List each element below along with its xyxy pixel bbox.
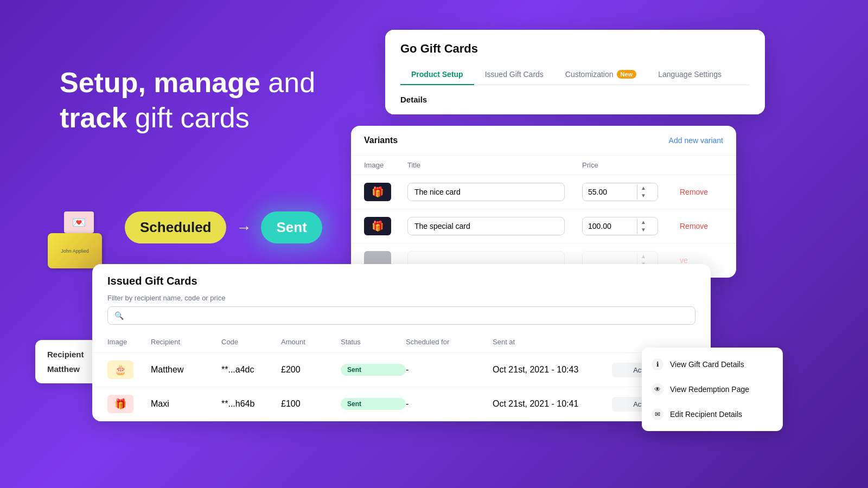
row-code-1: **...a4dc xyxy=(221,365,281,375)
row-sent-at-2: Oct 21st, 2021 - 10:41 xyxy=(493,399,612,409)
variants-header: Variants Add new variant xyxy=(351,126,736,156)
hero-bold-2: track xyxy=(60,102,127,133)
th-recipient: Recipient xyxy=(151,338,221,346)
tab-product-setup-label: Product Setup xyxy=(411,70,463,79)
price-down-1[interactable]: ▼ xyxy=(637,192,649,200)
th-actions xyxy=(612,338,666,346)
row-status-1: Sent xyxy=(341,364,406,376)
ctx-edit-recipient[interactable]: ✉ Edit Recipient Details xyxy=(642,402,783,427)
remove-link-3[interactable]: ve xyxy=(680,256,723,265)
hero-bold-1: Setup, manage xyxy=(60,67,260,98)
price-spinners-2: ▲ ▼ xyxy=(637,219,649,234)
variant-title-input-1[interactable] xyxy=(407,183,582,201)
row-image-2: 🎁 xyxy=(107,395,133,413)
row-amount-1: £200 xyxy=(281,365,341,375)
hero-normal-1: and xyxy=(260,67,315,98)
gift-card-image: John Applied xyxy=(48,233,102,268)
envelope-icon: 💌 xyxy=(64,211,94,233)
tab-issued-gift-cards[interactable]: Issued Gift Cards xyxy=(474,65,554,85)
price-up-2[interactable]: ▲ xyxy=(637,219,649,226)
search-input[interactable] xyxy=(128,311,688,320)
tab-product-setup[interactable]: Product Setup xyxy=(400,65,474,85)
variant-title-input-2[interactable] xyxy=(407,217,582,235)
col-price: Price xyxy=(582,161,680,169)
recipient-label: Recipient xyxy=(47,350,99,359)
row-status-2: Sent xyxy=(341,398,406,410)
col-image: Image xyxy=(364,161,407,169)
variant-row-2: 🎁 ▲ ▼ Remove xyxy=(351,209,736,243)
context-menu: ℹ View Gift Card Details 👁 View Redempti… xyxy=(642,348,783,431)
scheduled-badge: Scheduled xyxy=(125,211,226,243)
variants-panel: Variants Add new variant Image Title Pri… xyxy=(351,126,736,278)
th-scheduled: Scheduled for xyxy=(406,338,493,346)
issued-panel: Issued Gift Cards Filter by recipient na… xyxy=(92,264,711,421)
sent-badge: Sent xyxy=(261,211,322,243)
main-card-title: Go Gift Cards xyxy=(400,42,750,56)
th-code: Code xyxy=(221,338,281,346)
gift-card-illustration: 💌 John Applied xyxy=(48,222,107,263)
th-sent-at: Sent at xyxy=(493,338,612,346)
ctx-view-gift-card[interactable]: ℹ View Gift Card Details xyxy=(642,352,783,377)
col-title: Title xyxy=(407,161,582,169)
eye-icon: 👁 xyxy=(652,383,663,395)
ctx-edit-recipient-label: Edit Recipient Details xyxy=(670,410,742,419)
details-section: Details xyxy=(385,85,765,114)
issued-header: Issued Gift Cards Filter by recipient na… xyxy=(92,264,711,325)
tab-language-settings[interactable]: Language Settings xyxy=(647,65,732,85)
variant-image-1: 🎁 xyxy=(364,183,391,201)
hero-normal-2: gift cards xyxy=(127,102,249,133)
table-row-1: 🎂 Matthew **...a4dc £200 Sent - Oct 21st… xyxy=(92,353,711,387)
price-up-1[interactable]: ▲ xyxy=(637,184,649,192)
tab-issued-label: Issued Gift Cards xyxy=(485,70,544,79)
tabs-container: Product Setup Issued Gift Cards Customiz… xyxy=(400,65,750,85)
variant-image-2: 🎁 xyxy=(364,217,391,235)
variant-title-field-1[interactable] xyxy=(407,183,565,201)
search-icon: 🔍 xyxy=(114,311,124,320)
recipient-name: Matthew xyxy=(47,364,99,374)
ctx-view-redemption-label: View Redemption Page xyxy=(670,385,749,394)
add-variant-link[interactable]: Add new variant xyxy=(669,136,723,145)
remove-link-1[interactable]: Remove xyxy=(680,188,723,196)
price-up-3[interactable]: ▲ xyxy=(637,253,649,260)
variant-row-1: 🎁 ▲ ▼ Remove xyxy=(351,175,736,209)
row-recipient-1: Matthew xyxy=(151,365,221,375)
row-image-1: 🎂 xyxy=(107,361,133,379)
ctx-view-redemption[interactable]: 👁 View Redemption Page xyxy=(642,377,783,402)
filter-label: Filter by recipient name, code or price xyxy=(107,294,695,302)
th-status: Status xyxy=(341,338,406,346)
variant-title-field-2[interactable] xyxy=(407,217,565,235)
variants-title: Variants xyxy=(364,136,398,145)
tab-language-label: Language Settings xyxy=(658,70,722,79)
row-scheduled-2: - xyxy=(406,399,493,409)
arrow-icon: → xyxy=(236,219,251,236)
info-icon: ℹ xyxy=(652,358,663,370)
new-badge: New xyxy=(617,70,637,79)
hero-text: Setup, manage and track gift cards xyxy=(60,65,315,136)
price-wrapper-2: ▲ ▼ xyxy=(582,217,658,235)
remove-link-2[interactable]: Remove xyxy=(680,222,723,230)
price-down-2[interactable]: ▼ xyxy=(637,226,649,234)
flow-container: Scheduled → Sent xyxy=(125,211,322,243)
row-sent-at-1: Oct 21st, 2021 - 10:43 xyxy=(493,365,612,375)
price-field-2[interactable] xyxy=(583,217,637,235)
row-amount-2: £100 xyxy=(281,399,341,409)
tab-customization-label: Customization xyxy=(565,70,614,79)
th-image: Image xyxy=(107,338,151,346)
col-action xyxy=(680,161,723,169)
search-wrapper: 🔍 xyxy=(107,306,695,325)
main-card: Go Gift Cards Product Setup Issued Gift … xyxy=(385,30,765,114)
table-row-2: 🎁 Maxi **...h64b £100 Sent - Oct 21st, 2… xyxy=(92,387,711,421)
table-header: Image Recipient Code Amount Status Sched… xyxy=(92,331,711,353)
price-field-1[interactable] xyxy=(583,183,637,201)
row-recipient-2: Maxi xyxy=(151,399,221,409)
tab-customization[interactable]: Customization New xyxy=(554,65,647,85)
price-spinners-1: ▲ ▼ xyxy=(637,184,649,200)
main-card-header: Go Gift Cards Product Setup Issued Gift … xyxy=(385,30,765,85)
price-wrapper-1: ▲ ▼ xyxy=(582,183,658,201)
variants-table-header: Image Title Price xyxy=(351,156,736,175)
mail-icon: ✉ xyxy=(652,408,663,420)
ctx-view-gift-card-label: View Gift Card Details xyxy=(670,360,744,369)
issued-title: Issued Gift Cards xyxy=(107,275,695,287)
row-code-2: **...h64b xyxy=(221,399,281,409)
th-amount: Amount xyxy=(281,338,341,346)
